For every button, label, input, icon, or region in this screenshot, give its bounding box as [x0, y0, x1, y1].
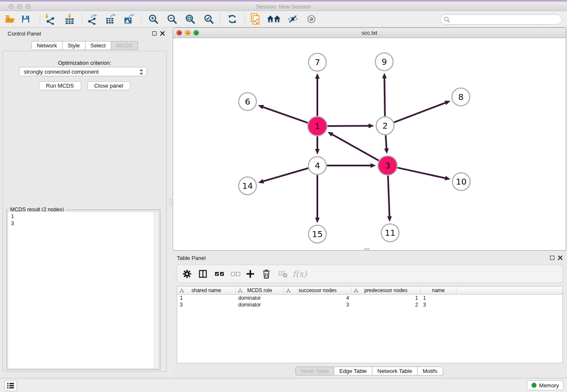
tab-style[interactable]: Style [63, 41, 85, 50]
network-canvas[interactable]: 7968124314101511 [173, 38, 566, 250]
network-window: scc.txt 7968124314101511 [173, 28, 566, 251]
network-window-titlebar[interactable]: scc.txt [173, 28, 566, 38]
settings-gear-icon[interactable] [182, 269, 192, 279]
open-folder-icon[interactable] [4, 14, 16, 24]
column-header-MCDS-role[interactable]: MCDS role [236, 287, 284, 294]
zoom-fit-icon[interactable] [185, 14, 195, 25]
task-list-button[interactable] [4, 380, 17, 391]
table-tab-network-table[interactable]: Network Table [372, 367, 418, 375]
window-bottom-grip[interactable] [364, 248, 369, 251]
unselect-all-icon[interactable] [231, 271, 241, 277]
graph-edge-arrowhead [258, 179, 264, 184]
show-panel-eye-icon[interactable] [306, 14, 317, 24]
table-cell[interactable]: 1 [352, 295, 421, 301]
table-tab-node-table[interactable]: Node Table [295, 367, 334, 375]
column-header-label: MCDS role [247, 287, 272, 293]
import-network-icon[interactable] [44, 14, 55, 25]
function-builder-icon[interactable]: f(x) [292, 269, 307, 279]
column-header-label: successor nodes [298, 287, 336, 293]
graph-edge-3-11[interactable] [388, 176, 390, 217]
result-scrollbar[interactable] [154, 212, 159, 368]
column-panel-icon[interactable] [198, 269, 207, 278]
graph-edge-2-9[interactable] [384, 77, 385, 116]
graph-edge-2-3[interactable] [385, 135, 386, 149]
select-all-icon[interactable] [215, 271, 225, 277]
table-cell[interactable]: dominator [236, 301, 284, 308]
table-tab-motifs[interactable]: Motifs [418, 367, 443, 375]
graph-node-label: 8 [458, 92, 464, 102]
close-panel-button[interactable]: Close panel [87, 81, 131, 90]
run-mcds-button[interactable]: Run MCDS [39, 81, 81, 90]
table-cell[interactable]: 2 [352, 301, 421, 308]
zoom-out-icon[interactable] [167, 14, 177, 25]
export-image-icon[interactable] [123, 14, 135, 25]
graph-edge-1-2[interactable] [328, 126, 369, 126]
graph-edge-3-10[interactable] [397, 168, 446, 178]
table-panel-title: Table Panel [177, 255, 206, 261]
import-table-icon[interactable] [64, 14, 75, 25]
result-line: 3 [11, 220, 156, 227]
zoom-selected-icon[interactable] [204, 14, 214, 25]
control-panel: Control Panel NetworkStyleSelectMCDS Opt… [0, 28, 169, 377]
save-icon[interactable] [21, 14, 30, 24]
tab-select[interactable]: Select [85, 41, 111, 50]
column-header-predecessor-nodes[interactable]: predecessor nodes [352, 287, 421, 294]
node-table[interactable]: shared nameMCDS rolesuccessor nodesprede… [177, 286, 563, 363]
home-icon[interactable] [267, 15, 281, 24]
memory-button[interactable]: Memory [527, 380, 564, 390]
refresh-icon[interactable] [227, 14, 238, 25]
control-panel-tabs: NetworkStyleSelectMCDS [0, 41, 169, 50]
column-header-shared-name[interactable]: shared name [177, 287, 236, 294]
app-titlebar: Session: New Session [0, 2, 567, 11]
delete-column-trash-icon[interactable] [262, 269, 270, 279]
graph-edge-arrowhead [387, 216, 392, 222]
search-input[interactable] [452, 15, 561, 24]
graph-edge-arrowhead [258, 105, 264, 109]
graph-edge-arrowhead [445, 101, 451, 105]
table-row[interactable]: 1dominator411 [177, 295, 562, 301]
graph-edge-1-6[interactable] [262, 107, 308, 123]
result-line: 1 [11, 213, 156, 220]
hide-panel-eye-slash-icon[interactable] [287, 15, 298, 24]
toolbar-separator [82, 14, 82, 25]
table-cell[interactable]: 4 [284, 295, 352, 301]
delete-table-icon[interactable] [278, 270, 288, 278]
divider-grip[interactable] [170, 199, 172, 206]
network-graph[interactable]: 7968124314101511 [173, 38, 566, 250]
table-cell[interactable]: 3 [284, 301, 352, 308]
close-table-panel-icon[interactable] [558, 255, 563, 260]
table-cell[interactable]: 1 [421, 295, 457, 301]
float-table-panel-icon[interactable] [550, 256, 554, 260]
mcds-result-area[interactable]: 13 [8, 211, 159, 369]
search-box[interactable] [440, 14, 562, 25]
tab-network[interactable]: Network [31, 41, 63, 50]
table-tab-edge-table[interactable]: Edge Table [334, 367, 372, 375]
export-table-icon[interactable] [105, 14, 116, 25]
mcds-result-group: MCDS result (2 nodes) 13 [6, 210, 160, 370]
graph-edge-3-1[interactable] [332, 134, 379, 160]
float-panel-icon[interactable] [152, 31, 157, 36]
column-header-successor-nodes[interactable]: successor nodes [284, 287, 352, 294]
table-cell[interactable]: 3 [177, 301, 236, 308]
table-cell[interactable]: dominator [236, 295, 284, 301]
criterion-dropdown[interactable]: strongly connected component [19, 67, 147, 76]
graph-edge-4-14[interactable] [263, 168, 308, 181]
table-tabs: Node TableEdge TableNetwork TableMotifs [171, 367, 567, 375]
add-column-icon[interactable] [246, 269, 255, 278]
tab-mcds[interactable]: MCDS [111, 41, 138, 50]
close-panel-icon[interactable] [160, 31, 165, 36]
table-cell[interactable]: 3 [421, 301, 457, 308]
graph-edge-2-8[interactable] [394, 102, 446, 122]
table-cell[interactable]: 1 [177, 295, 236, 301]
table-row[interactable]: 3dominator323 [177, 301, 562, 308]
optimization-criterion-label: Optimization criterion: [3, 60, 166, 66]
list-icon [7, 382, 14, 389]
dropdown-stepper-icon [140, 69, 143, 75]
zoom-in-icon[interactable] [148, 14, 159, 25]
toolbar-separator [40, 14, 40, 25]
toolbar-separator [245, 14, 245, 25]
new-network-from-selection-icon[interactable] [250, 13, 261, 25]
export-network-icon[interactable] [86, 14, 98, 25]
graph-edge-arrowhead [315, 149, 320, 155]
column-header-name[interactable]: name [421, 287, 457, 294]
